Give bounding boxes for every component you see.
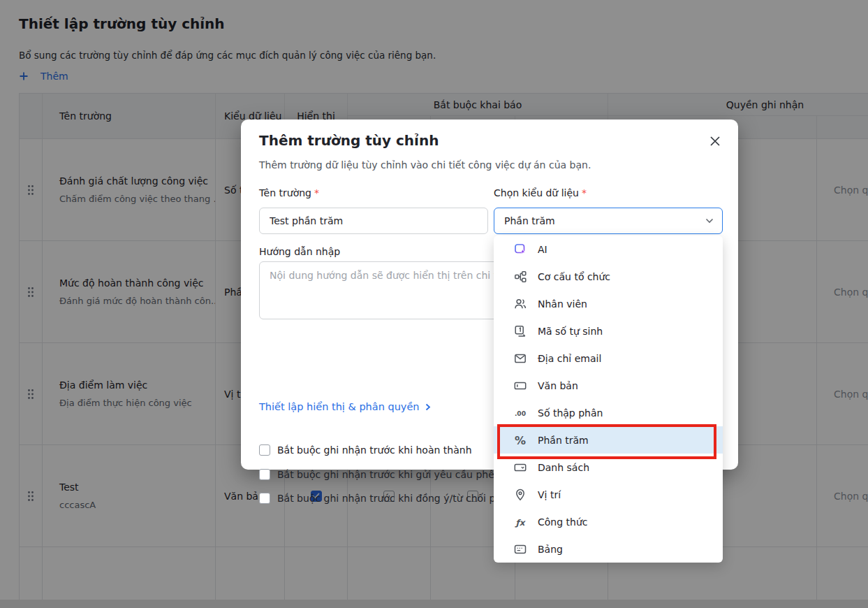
required-submit-checkbox[interactable] bbox=[259, 469, 270, 480]
data-type-label-text: Chọn kiểu dữ liệu bbox=[494, 187, 579, 198]
employee-icon bbox=[513, 296, 528, 312]
email-icon bbox=[513, 351, 528, 366]
dropdown-item-auto-number[interactable]: Mã số tự sinh bbox=[494, 317, 723, 345]
location-icon bbox=[513, 487, 528, 502]
dropdown-item-ai[interactable]: AI bbox=[494, 236, 723, 263]
field-name-input[interactable] bbox=[259, 208, 488, 234]
decimal-icon: .00 bbox=[513, 405, 528, 421]
close-icon[interactable] bbox=[707, 133, 723, 149]
required-complete-row: Bắt buộc ghi nhận trước khi hoàn thành bbox=[259, 444, 472, 456]
dropdown-item-email[interactable]: Địa chỉ email bbox=[494, 345, 723, 372]
dropdown-item-label: Mã số tự sinh bbox=[538, 326, 603, 337]
checkbox-label: Bắt buộc ghi nhận trước khi hoàn thành bbox=[277, 444, 472, 456]
dropdown-item-text[interactable]: Văn bản bbox=[494, 372, 723, 399]
svg-text:.00: .00 bbox=[515, 409, 526, 417]
dropdown-item-table[interactable]: Bảng bbox=[494, 535, 723, 563]
list-select-icon bbox=[513, 460, 528, 475]
field-name-label: Tên trường* bbox=[259, 187, 319, 198]
dropdown-item-label: AI bbox=[538, 244, 547, 255]
text-field-icon bbox=[513, 378, 528, 393]
required-approve-checkbox[interactable] bbox=[259, 493, 270, 504]
svg-text:ƒx: ƒx bbox=[515, 517, 527, 527]
required-submit-row: Bắt buộc ghi nhận trước khi gửi yêu cầu … bbox=[259, 469, 525, 480]
data-type-label: Chọn kiểu dữ liệu* bbox=[494, 187, 587, 198]
dropdown-item-label: Văn bản bbox=[538, 380, 578, 391]
ai-icon bbox=[513, 242, 528, 257]
checkbox-label: Bắt buộc ghi nhận trước khi gửi yêu cầu … bbox=[277, 469, 525, 480]
dropdown-item-label: Công thức bbox=[538, 516, 587, 528]
data-type-select-value: Phần trăm bbox=[504, 215, 555, 226]
dropdown-item-label: Bảng bbox=[538, 544, 563, 555]
chevron-right-icon bbox=[425, 403, 431, 411]
dropdown-item-employee[interactable]: Nhân viên bbox=[494, 290, 723, 317]
dropdown-item-label: Nhân viên bbox=[538, 298, 587, 310]
required-mark: * bbox=[582, 187, 587, 198]
dropdown-item-label: Địa chỉ email bbox=[538, 353, 601, 364]
annotation-highlight-box bbox=[497, 424, 716, 459]
table-icon bbox=[513, 542, 528, 557]
dropdown-item-formula[interactable]: ƒx Công thức bbox=[494, 508, 723, 535]
settings-link-label: Thiết lập hiển thị & phân quyền bbox=[259, 401, 420, 412]
data-type-dropdown: AI Cơ cấu tổ chức Nhân viên bbox=[494, 236, 723, 563]
field-name-label-text: Tên trường bbox=[259, 187, 311, 198]
org-chart-icon bbox=[513, 269, 528, 284]
modal-description: Thêm trường dữ liệu tùy chỉnh vào chi ti… bbox=[259, 159, 591, 171]
guide-label: Hướng dẫn nhập bbox=[259, 246, 340, 257]
data-type-select[interactable]: Phần trăm bbox=[494, 208, 723, 234]
dropdown-item-decimal[interactable]: .00 Số thập phân bbox=[494, 399, 723, 426]
dropdown-item-label: Cơ cấu tổ chức bbox=[538, 271, 610, 282]
dropdown-item-org-chart[interactable]: Cơ cấu tổ chức bbox=[494, 263, 723, 290]
display-permission-settings-link[interactable]: Thiết lập hiển thị & phân quyền bbox=[259, 401, 431, 412]
required-mark: * bbox=[314, 187, 319, 198]
chevron-down-icon bbox=[705, 218, 714, 224]
formula-icon: ƒx bbox=[513, 514, 528, 530]
dropdown-item-label: Danh sách bbox=[538, 462, 589, 473]
modal-title: Thêm trường tùy chỉnh bbox=[259, 132, 439, 149]
auto-number-icon bbox=[513, 324, 528, 339]
required-complete-checkbox[interactable] bbox=[259, 444, 270, 456]
dropdown-item-location[interactable]: Vị trí bbox=[494, 481, 723, 508]
dropdown-item-label: Vị trí bbox=[538, 489, 561, 500]
dropdown-item-label: Số thập phân bbox=[538, 407, 603, 419]
